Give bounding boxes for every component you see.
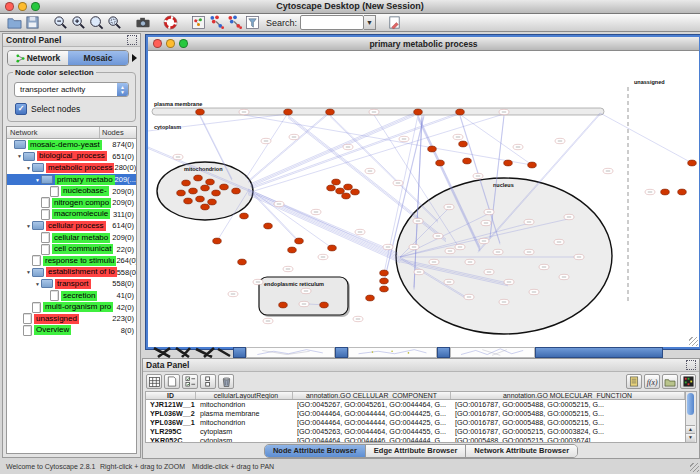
network-node-selected[interactable] bbox=[201, 185, 210, 191]
new-attribute-icon[interactable] bbox=[164, 374, 180, 389]
tree-item-biological-process[interactable]: ▼biological_process651(0) bbox=[7, 151, 136, 163]
zoom-in-icon[interactable] bbox=[70, 15, 87, 31]
tree-item-cellular-process[interactable]: ▼cellular process614(0) bbox=[7, 220, 136, 232]
network-node-selected[interactable] bbox=[232, 188, 241, 194]
network-edge[interactable] bbox=[458, 113, 532, 165]
network-node-selected[interactable] bbox=[196, 109, 205, 115]
select-nodes-checkbox[interactable]: ✓ bbox=[15, 103, 27, 115]
network-node-selected[interactable] bbox=[238, 259, 247, 265]
network-node-selected[interactable] bbox=[332, 179, 341, 185]
expand-arrow-icon[interactable]: ▼ bbox=[34, 177, 41, 183]
layout-b-icon[interactable] bbox=[226, 15, 243, 31]
network-node-selected[interactable] bbox=[264, 223, 273, 229]
network-node-selected[interactable] bbox=[380, 278, 389, 284]
tree-item-mosaic-demo-yeast[interactable]: mosaic-demo-yeast874(0) bbox=[7, 139, 136, 151]
tree-item-macromolecule[interactable]: macromolecule311(0) bbox=[7, 209, 136, 221]
help-icon[interactable] bbox=[162, 15, 179, 31]
network-node-selected[interactable] bbox=[366, 295, 375, 301]
scroll-down-icon[interactable]: ▼ bbox=[686, 433, 695, 442]
tab-network-attribute-browser[interactable]: Network Attribute Browser bbox=[466, 445, 577, 457]
title-bar[interactable]: Cytoscape Desktop (New Session) bbox=[0, 0, 700, 14]
tree-column-network[interactable]: Network bbox=[7, 127, 100, 138]
network-node-selected[interactable] bbox=[459, 141, 468, 147]
network-node-selected[interactable] bbox=[284, 109, 293, 115]
network-canvas[interactable]: plasma membrane cytoplasm mitochondrion … bbox=[148, 51, 699, 347]
column-header-cellularlayoutregion[interactable]: _cellularLayoutRegion bbox=[196, 392, 293, 399]
table-row[interactable]: YKR052Ccytoplasm[GO:0044464, GO:0044446,… bbox=[146, 436, 685, 442]
table-row[interactable]: YPL036W__1mitochondrion[GO:0044464, GO:0… bbox=[146, 418, 685, 427]
network-node-selected[interactable] bbox=[678, 189, 687, 195]
network-node-selected[interactable] bbox=[344, 184, 353, 190]
network-node-selected[interactable] bbox=[182, 180, 191, 186]
network-node-selected[interactable] bbox=[414, 109, 423, 115]
table-scrollbar[interactable]: ▲ ▼ bbox=[685, 392, 696, 442]
tree-item-response-to-stimulu[interactable]: response to stimulu264(0) bbox=[7, 255, 136, 267]
network-node-selected[interactable] bbox=[380, 270, 389, 276]
tab-overflow-arrow-icon[interactable] bbox=[132, 54, 137, 62]
tab-mosaic[interactable]: Mosaic bbox=[68, 51, 128, 65]
app-resize-grip[interactable] bbox=[690, 463, 699, 472]
network-node-selected[interactable] bbox=[240, 213, 249, 219]
search-dropdown-arrow-icon[interactable]: ▼ bbox=[364, 15, 376, 30]
zoom-selected-icon[interactable] bbox=[106, 15, 123, 31]
network-node-selected[interactable] bbox=[279, 302, 288, 308]
scrollbar-thumb[interactable] bbox=[687, 393, 694, 415]
network-node-selected[interactable] bbox=[206, 179, 215, 185]
tree-column-nodes[interactable]: Nodes bbox=[100, 127, 136, 138]
search-input[interactable] bbox=[300, 15, 364, 30]
expand-arrow-icon[interactable]: ▼ bbox=[16, 153, 23, 159]
network-node-selected[interactable] bbox=[428, 146, 437, 152]
network-node-selected[interactable] bbox=[194, 175, 203, 181]
network-node-selected[interactable] bbox=[295, 238, 304, 244]
zoom-out-icon[interactable] bbox=[52, 15, 69, 31]
filter-icon[interactable] bbox=[244, 15, 261, 31]
annotation-icon[interactable] bbox=[386, 15, 403, 31]
network-node-selected[interactable] bbox=[177, 190, 186, 196]
table-icon[interactable] bbox=[146, 374, 162, 389]
background-window-chip[interactable] bbox=[335, 347, 348, 358]
network-edge[interactable] bbox=[600, 113, 692, 163]
network-node-selected[interactable] bbox=[342, 193, 351, 199]
background-window-chip[interactable] bbox=[437, 347, 450, 358]
network-node-selected[interactable] bbox=[288, 247, 297, 253]
tree-item-cell-communicat[interactable]: cell communicat22(0) bbox=[7, 243, 136, 255]
save-icon[interactable] bbox=[24, 15, 41, 31]
tree-item-nucleobase[interactable]: nucleobase-209(0) bbox=[7, 185, 136, 197]
snapshot-icon[interactable] bbox=[134, 15, 151, 31]
network-edge[interactable] bbox=[254, 114, 504, 191]
tree-item-secretion[interactable]: secretion41(0) bbox=[7, 290, 136, 302]
network-node-selected[interactable] bbox=[456, 109, 465, 115]
tree-item-nitrogen-compo[interactable]: nitrogen compo209(0) bbox=[7, 197, 136, 209]
network-node-selected[interactable] bbox=[189, 188, 198, 194]
network-node-selected[interactable] bbox=[528, 162, 537, 168]
network-node-selected[interactable] bbox=[320, 302, 329, 308]
zoom-fit-icon[interactable] bbox=[88, 15, 105, 31]
overview-icon[interactable] bbox=[190, 15, 207, 31]
network-node-selected[interactable] bbox=[661, 189, 670, 195]
unified-view-icon[interactable] bbox=[200, 374, 216, 389]
column-header-annotation-go-molecular-function[interactable]: annotation.GO MOLECULAR_FUNCTION bbox=[451, 392, 685, 399]
tree-item-cellular-metabo[interactable]: cellular metabo209(0) bbox=[7, 232, 136, 244]
tree-item-primary-metabo[interactable]: ▼primary metabo209(... bbox=[7, 174, 136, 186]
view-window-title-bar[interactable]: primary metabolic process bbox=[148, 37, 699, 51]
float-panel-icon[interactable] bbox=[686, 360, 696, 370]
network-node-selected[interactable] bbox=[380, 286, 389, 292]
network-node-selected[interactable] bbox=[220, 184, 229, 190]
view-resize-grip[interactable] bbox=[689, 337, 698, 346]
tree-item-overview[interactable]: Overview8(0) bbox=[7, 325, 136, 337]
network-node-selected[interactable] bbox=[436, 160, 445, 166]
background-window-preview[interactable] bbox=[246, 347, 335, 358]
layout-a-icon[interactable] bbox=[208, 15, 225, 31]
network-node-selected[interactable] bbox=[463, 158, 472, 164]
float-panel-icon[interactable] bbox=[127, 35, 137, 45]
table-row[interactable]: YPL036W__2plasma membrane[GO:0044464, GO… bbox=[146, 409, 685, 418]
background-window-chip[interactable] bbox=[233, 347, 246, 358]
tab-node-attribute-browser[interactable]: Node Attribute Browser bbox=[265, 445, 366, 457]
network-node-selected[interactable] bbox=[688, 160, 697, 166]
tree-item-multi-organism-pro[interactable]: multi-organism pro42(0) bbox=[7, 301, 136, 313]
tree-item-metabolic-process[interactable]: ▼metabolic process280(0) bbox=[7, 162, 136, 174]
delete-attribute-icon[interactable] bbox=[218, 374, 234, 389]
column-header-id[interactable]: ID bbox=[146, 392, 196, 399]
network-edge[interactable] bbox=[246, 113, 288, 178]
expand-arrow-icon[interactable]: ▼ bbox=[25, 165, 32, 171]
